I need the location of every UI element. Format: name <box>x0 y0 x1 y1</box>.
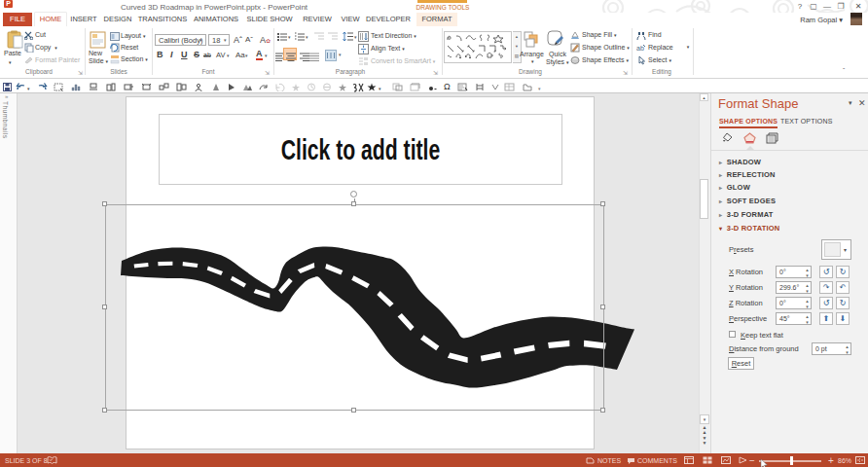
svg-text:ab: ab <box>636 45 644 52</box>
